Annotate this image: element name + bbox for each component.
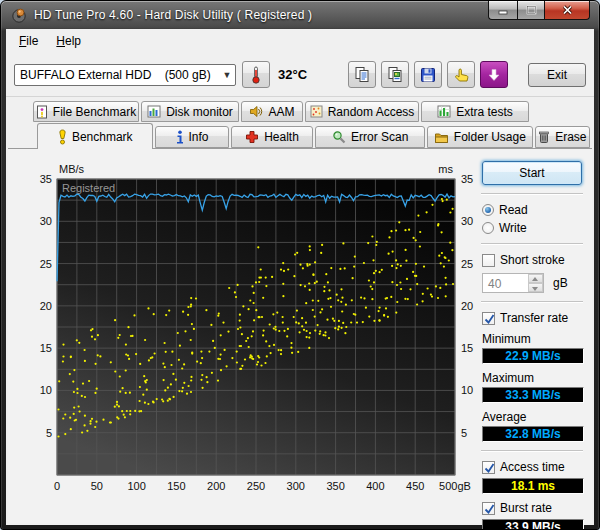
- spinner-down-button[interactable]: [528, 283, 543, 292]
- access-time-checkbox[interactable]: Access time: [482, 460, 582, 474]
- svg-text:400: 400: [366, 480, 384, 492]
- svg-text:5: 5: [46, 427, 52, 439]
- copy-text-icon: [354, 66, 370, 83]
- short-stroke-size-field[interactable]: 40: [482, 273, 544, 293]
- svg-text:0: 0: [54, 480, 60, 492]
- svg-text:25: 25: [461, 258, 473, 270]
- random-dots-icon: [310, 105, 323, 118]
- tab-label: Benchmark: [72, 130, 133, 144]
- access-time-checkbox-control[interactable]: [482, 461, 495, 474]
- minimum-label: Minimum: [482, 332, 582, 346]
- title-bar[interactable]: HD Tune Pro 4.60 - Hard Disk Utility ( R…: [1, 1, 599, 29]
- red-cross-icon: [245, 130, 259, 144]
- trash-icon: [538, 130, 550, 144]
- svg-text:35: 35: [461, 173, 473, 185]
- transfer-rate-checkbox[interactable]: Transfer rate: [482, 311, 582, 325]
- tab-file-benchmark[interactable]: File Benchmark: [33, 101, 139, 122]
- benchmark-panel: Registered050100150200250300350400450500…: [8, 148, 592, 523]
- separator: [481, 450, 583, 452]
- options-button[interactable]: [447, 61, 475, 88]
- exit-button[interactable]: Exit: [528, 63, 586, 87]
- tab-row-primary: Benchmark Info Health Error Scan Folder …: [37, 122, 592, 148]
- svg-text:350: 350: [326, 480, 344, 492]
- tab-random-access[interactable]: Random Access: [305, 101, 419, 122]
- minimize-button[interactable]: [488, 1, 517, 20]
- copy-screenshot-button[interactable]: [381, 61, 409, 88]
- drive-selector[interactable]: BUFFALO External HDD (500 gB) ▼: [14, 64, 236, 86]
- tab-folder-usage[interactable]: Folder Usage: [427, 126, 533, 148]
- spinner-up-button[interactable]: [528, 274, 543, 283]
- info-icon: [176, 130, 184, 144]
- burst-rate-checkbox[interactable]: Burst rate: [482, 501, 582, 515]
- client-area: File Help BUFFALO External HDD (500 gB) …: [6, 29, 594, 525]
- thermometer-icon: [250, 66, 262, 84]
- green-chart-icon: [437, 105, 451, 118]
- write-radio[interactable]: Write: [482, 221, 582, 235]
- tab-extra-tests[interactable]: Extra tests: [421, 101, 529, 122]
- burst-rate-checkbox-control[interactable]: [482, 502, 495, 515]
- transfer-rate-checkbox-control[interactable]: [482, 312, 495, 325]
- magnifier-icon: [332, 130, 346, 144]
- tab-erase[interactable]: Erase: [535, 126, 590, 148]
- tab-label: Health: [264, 130, 299, 144]
- write-radio-control[interactable]: [482, 222, 494, 234]
- svg-text:ms: ms: [438, 163, 453, 175]
- tab-error-scan[interactable]: Error Scan: [315, 126, 425, 148]
- close-button[interactable]: [545, 1, 590, 20]
- access-time-value: 18.1 ms: [482, 478, 584, 494]
- hd-tune-window: HD Tune Pro 4.60 - Hard Disk Utility ( R…: [0, 0, 600, 530]
- start-button[interactable]: Start: [482, 161, 582, 185]
- save-icon: [420, 67, 436, 83]
- window-title: HD Tune Pro 4.60 - Hard Disk Utility ( R…: [34, 8, 312, 22]
- read-radio[interactable]: Read: [482, 203, 582, 217]
- maximize-icon: [526, 5, 537, 15]
- tab-label: Erase: [555, 130, 586, 144]
- tab-label: Random Access: [328, 105, 415, 119]
- tab-label: File Benchmark: [53, 105, 136, 119]
- svg-text:30: 30: [461, 215, 473, 227]
- svg-text:100: 100: [127, 480, 145, 492]
- tab-aam[interactable]: AAM: [241, 101, 303, 122]
- svg-text:15: 15: [40, 342, 52, 354]
- svg-text:MB/s: MB/s: [59, 163, 85, 175]
- separator: [481, 301, 583, 303]
- maximum-value: 33.3 MB/s: [482, 387, 584, 403]
- copy-text-button[interactable]: [348, 61, 376, 88]
- short-stroke-checkbox[interactable]: Short stroke: [482, 253, 582, 267]
- short-stroke-unit-label: gB: [553, 276, 568, 290]
- temperature-value: 32°C: [278, 67, 307, 82]
- tab-benchmark[interactable]: Benchmark: [37, 123, 153, 149]
- svg-text:300: 300: [287, 480, 305, 492]
- svg-text:10: 10: [40, 384, 52, 396]
- access-time-label: Access time: [500, 460, 565, 474]
- menu-help[interactable]: Help: [49, 31, 88, 51]
- tab-info[interactable]: Info: [155, 126, 228, 148]
- temperature-button[interactable]: [242, 61, 270, 88]
- speaker-icon: [249, 105, 263, 118]
- svg-text:15: 15: [461, 342, 473, 354]
- down-arrow-icon: [487, 68, 501, 82]
- maximize-button[interactable]: [517, 1, 545, 20]
- write-radio-label: Write: [499, 221, 527, 235]
- menu-bar: File Help: [6, 29, 594, 53]
- toolbar-buttons: [348, 61, 508, 88]
- tab-label: Folder Usage: [454, 130, 526, 144]
- tab-page: File Benchmark Disk monitor AAM Random A…: [8, 98, 592, 523]
- save-button[interactable]: [414, 61, 442, 88]
- combo-arrow-icon: ▼: [219, 70, 235, 80]
- burst-rate-label: Burst rate: [500, 501, 552, 515]
- spinner-buttons: [528, 274, 543, 292]
- short-stroke-label: Short stroke: [500, 253, 565, 267]
- download-button[interactable]: [480, 61, 508, 88]
- svg-text:500gB: 500gB: [439, 480, 471, 492]
- menu-file[interactable]: File: [12, 31, 45, 51]
- svg-text:50: 50: [91, 480, 103, 492]
- tab-health[interactable]: Health: [231, 126, 314, 148]
- svg-text:150: 150: [167, 480, 185, 492]
- read-radio-control[interactable]: [482, 204, 494, 216]
- short-stroke-checkbox-control[interactable]: [482, 254, 495, 267]
- tab-label: Info: [189, 130, 209, 144]
- drive-selector-value: BUFFALO External HDD (500 gB): [20, 68, 219, 82]
- maximum-label: Maximum: [482, 371, 582, 385]
- tab-disk-monitor[interactable]: Disk monitor: [141, 101, 239, 122]
